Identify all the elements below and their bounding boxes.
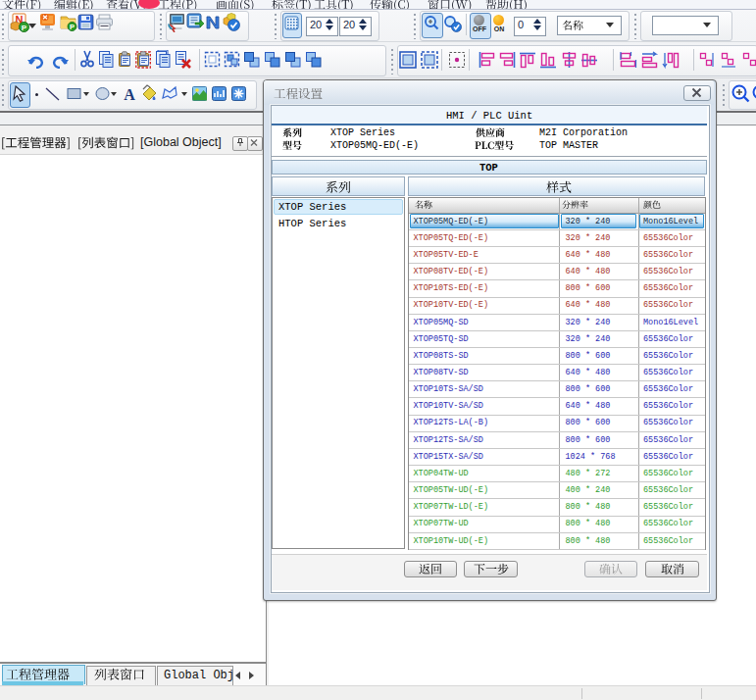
svg-text:P: P bbox=[70, 23, 75, 31]
svg-text:P: P bbox=[22, 24, 27, 32]
svg-text:A: A bbox=[124, 86, 135, 103]
